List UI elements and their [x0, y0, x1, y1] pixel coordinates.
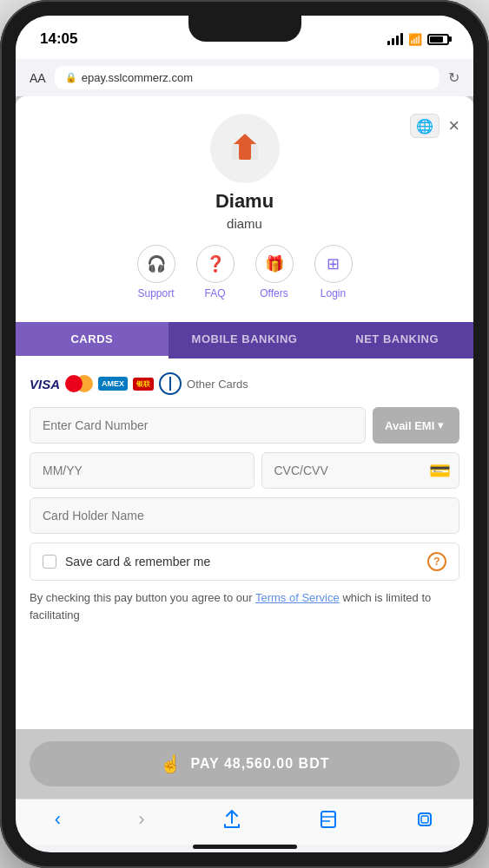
tab-mobile-banking[interactable]: MOBILE BANKING: [169, 322, 321, 358]
lock-icon: 🔒: [65, 72, 77, 83]
modal-header: 🌐 × Diamu diamu: [16, 96, 473, 322]
modal-actions: 🌐 ×: [410, 114, 459, 138]
support-action[interactable]: 🎧 Support: [137, 245, 175, 299]
faq-icon: ❓: [196, 245, 235, 283]
mastercard-logo: [65, 375, 93, 392]
offers-label: Offers: [260, 287, 287, 299]
login-icon: ⊞: [314, 245, 353, 283]
offers-icon: 🎁: [255, 245, 294, 283]
home-indicator: [193, 845, 297, 849]
save-card-label: Save card & remember me: [65, 555, 210, 569]
pay-button[interactable]: ☝ PAY 48,560.00 BDT: [30, 741, 459, 786]
pay-button-label: PAY 48,560.00 BDT: [191, 756, 330, 772]
card-section: VISA AMEX 银联 Other Cards: [16, 358, 473, 729]
aa-button[interactable]: AA: [30, 71, 46, 85]
svg-rect-3: [321, 812, 335, 827]
url-text: epay.sslcommerz.com: [82, 71, 193, 84]
browser-bar: AA 🔒 epay.sslcommerz.com ↻: [16, 59, 473, 96]
offers-action[interactable]: 🎁 Offers: [255, 245, 294, 299]
help-icon[interactable]: ?: [427, 552, 446, 571]
refresh-button[interactable]: ↻: [448, 69, 459, 86]
svg-rect-2: [239, 142, 251, 160]
brand-name: Diamu: [215, 190, 274, 213]
notch: [188, 16, 301, 42]
faq-action[interactable]: ❓ FAQ: [196, 245, 235, 299]
avail-emi-button[interactable]: Avail EMI: [373, 407, 459, 444]
status-icons: 📶: [387, 33, 449, 46]
amex-logo: AMEX: [98, 377, 128, 391]
cardholder-input[interactable]: [30, 497, 459, 534]
diamu-logo-svg: [223, 127, 267, 170]
quick-actions: 🎧 Support ❓ FAQ 🎁 Offers ⊞: [137, 245, 353, 299]
payment-modal: 🌐 × Diamu diamu: [16, 96, 473, 799]
login-label: Login: [320, 287, 346, 299]
back-button[interactable]: ‹: [55, 808, 61, 831]
tabs-button[interactable]: [415, 810, 434, 829]
login-action[interactable]: ⊞ Login: [314, 245, 353, 299]
cvc-card-icon: 💳: [429, 460, 451, 481]
sub-name: diamu: [227, 216, 262, 231]
card-number-row: Avail EMI: [30, 407, 459, 444]
other-cards-label: Other Cards: [187, 378, 248, 391]
support-icon: 🎧: [137, 245, 175, 283]
unionpay-logo: 银联: [133, 378, 154, 391]
wifi-icon: 📶: [408, 33, 422, 46]
expiry-cvc-row: 💳: [30, 452, 459, 489]
terms-prefix: By checking this pay button you agree to…: [30, 591, 253, 604]
translate-button[interactable]: 🌐: [410, 114, 439, 138]
phone-frame: 14:05 📶 AA 🔒 epay.sslcommerz.com ↻: [0, 0, 489, 868]
translate-icon: 🌐: [416, 118, 433, 135]
payment-tabs: CARDS MOBILE BANKING NET BANKING: [16, 322, 473, 358]
card-logos: VISA AMEX 银联 Other Cards: [30, 372, 459, 395]
tab-cards[interactable]: CARDS: [16, 322, 169, 358]
expiry-input[interactable]: [30, 452, 254, 489]
status-time: 14:05: [40, 30, 77, 48]
save-card-left: Save card & remember me: [43, 555, 210, 569]
faq-label: FAQ: [204, 287, 225, 299]
support-label: Support: [137, 287, 174, 299]
cardholder-row: [30, 497, 459, 534]
bookmarks-button[interactable]: [319, 810, 338, 829]
signal-icon: [387, 33, 403, 45]
share-button[interactable]: [222, 810, 241, 829]
save-card-row: Save card & remember me ?: [30, 542, 459, 581]
terms-text: By checking this pay button you agree to…: [30, 589, 459, 623]
terms-link[interactable]: Terms of Service: [255, 591, 340, 604]
diners-logo: [159, 372, 182, 395]
visa-logo: VISA: [30, 377, 60, 391]
content-area: 🌐 × Diamu diamu: [16, 96, 473, 799]
pay-hand-icon: ☝: [160, 753, 182, 774]
bottom-nav: ‹ ›: [16, 799, 473, 845]
tab-net-banking[interactable]: NET BANKING: [320, 322, 473, 358]
phone-screen: 14:05 📶 AA 🔒 epay.sslcommerz.com ↻: [16, 16, 473, 852]
card-number-input[interactable]: [30, 407, 366, 444]
cvc-field-wrap: 💳: [261, 452, 460, 489]
svg-rect-5: [421, 816, 428, 823]
forward-button[interactable]: ›: [138, 808, 144, 831]
brand-logo: [210, 114, 280, 183]
battery-icon: [427, 34, 449, 45]
svg-rect-4: [419, 813, 431, 825]
save-card-checkbox[interactable]: [43, 555, 56, 569]
pay-button-area: ☝ PAY 48,560.00 BDT: [16, 729, 473, 799]
url-bar[interactable]: 🔒 epay.sslcommerz.com: [55, 66, 439, 89]
close-button[interactable]: ×: [448, 116, 459, 135]
